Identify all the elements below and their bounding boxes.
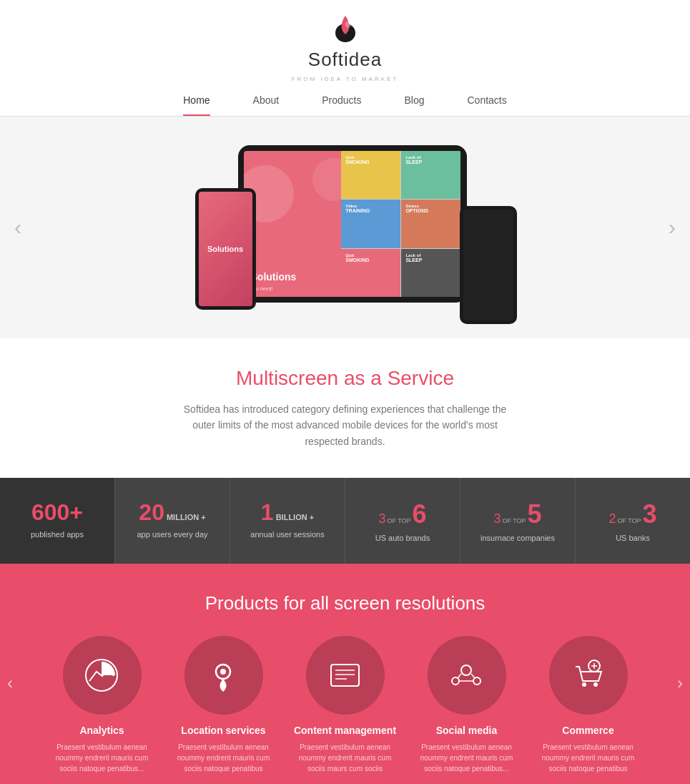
stat-20: 20 [139,499,164,526]
svg-point-1 [345,21,351,28]
phone-right [460,206,517,324]
products-arrow-right[interactable]: › [677,673,683,693]
product-circle-location [184,636,263,715]
brand-name: Softidea [0,49,690,71]
product-desc-commerce: Praesent vestibulum aenean noummy endrer… [535,742,642,774]
product-desc-social: Praesent vestibulum aenean noummy endrer… [413,742,521,774]
svg-point-15 [582,682,586,687]
product-location: Location services Praesent vestibulum ae… [170,636,277,774]
stat-auto-brands: 3 OF TOP 6 US auto brands [345,478,460,564]
product-name-commerce: Commerce [535,725,642,736]
stat-billion-sessions: 1 BILLION + annual user sessions [230,478,345,564]
product-desc-content: Praesent vestibulum aenean noummy endrer… [292,742,399,774]
svg-point-16 [593,682,598,687]
stat-million-label: app users every day [126,530,219,539]
products-grid: Analytics Praesent vestibulum aenean nou… [0,636,690,774]
stat-3c: 3 [643,499,657,529]
commerce-icon [568,656,608,695]
svg-point-11 [473,677,480,685]
stat-3a: 3 [378,511,385,526]
hero-arrow-left[interactable]: ‹ [14,215,21,240]
hero-devices: Solutions you need! QuitSMOKING Lack ofS… [152,131,538,324]
svg-line-12 [458,674,461,678]
hero-arrow-right[interactable]: › [669,215,676,240]
stat-billion-suffix: BILLION + [276,513,314,521]
phone-left: Solutions [195,188,256,310]
multiscreen-section: Multiscreen as a Service Softidea has in… [0,338,690,478]
stat-million-suffix: MILLION + [167,513,206,521]
products-section: ‹ Products for all screen resolutions An… [0,564,690,784]
stat-auto-label: US auto brands [356,534,449,542]
svg-point-4 [220,669,226,675]
product-circle-content [306,636,385,715]
logo-area: Softidea FROM IDEA TO MARKET [0,14,690,84]
product-name-location: Location services [170,725,277,736]
svg-point-9 [461,665,471,675]
hero-section: ‹ Solutions you need! QuitSMOKING Lack o… [0,117,690,338]
content-icon [325,656,365,695]
logo-icon [334,14,357,46]
product-circle-commerce [549,636,628,715]
stat-million-users: 20 MILLION + app users every day [115,478,230,564]
stat-published-apps: 600+ published apps [0,478,115,564]
nav-item-about[interactable]: About [253,94,280,116]
product-desc-location: Praesent vestibulum aenean noummy endrer… [170,742,277,774]
product-social: Social media Praesent vestibulum aenean … [413,636,521,774]
stat-insurance: 3 OF TOP 5 insurnace companies [460,478,576,564]
products-heading: Products for all screen resolutions [0,592,690,614]
stat-banks: 2 OF TOP 3 US banks [576,478,690,564]
tablet-device: Solutions you need! QuitSMOKING Lack ofS… [238,145,467,303]
multiscreen-heading: Multiscreen as a Service [14,367,676,390]
product-commerce: Commerce Praesent vestibulum aenean noum… [535,636,642,774]
brand-tagline: FROM IDEA TO MARKET [292,76,399,82]
location-icon [204,656,243,695]
stat-6: 6 [413,499,427,529]
products-arrow-left[interactable]: ‹ [7,673,13,693]
stat-oftop-1: OF TOP [387,517,410,524]
social-icon [447,656,486,695]
svg-rect-5 [331,665,359,686]
stats-section: 600+ published apps 20 MILLION + app use… [0,478,690,564]
stat-2: 2 [608,511,616,526]
stat-oftop-3: OF TOP [617,517,641,524]
nav-item-blog[interactable]: Blog [404,94,424,116]
product-name-social: Social media [413,725,521,736]
product-name-analytics: Analytics [49,725,156,736]
nav-item-contacts[interactable]: Contacts [467,94,506,116]
product-circle-social [428,636,506,715]
product-circle-analytics [63,636,142,715]
header: Softidea FROM IDEA TO MARKET Home About … [0,0,690,117]
product-content: Content management Praesent vestibulum a… [292,636,399,774]
stat-oftop-2: OF TOP [502,517,526,524]
product-name-content: Content management [292,725,399,736]
stat-600-label: published apps [11,530,104,539]
multiscreen-body: Softidea has introduced category definin… [174,401,517,449]
stat-1: 1 [261,499,274,526]
main-nav: Home About Products Blog Contacts [0,94,690,117]
stat-billion-label: annual user sessions [241,530,334,539]
analytics-icon [82,656,122,695]
stat-3b: 3 [493,511,501,526]
product-analytics: Analytics Praesent vestibulum aenean nou… [49,636,156,774]
svg-line-13 [471,674,475,678]
stat-600-number: 600+ [11,499,104,526]
stat-insurance-label: insurnace companies [471,534,564,542]
nav-item-home[interactable]: Home [183,94,210,116]
stat-banks-label: US banks [586,534,679,542]
product-desc-analytics: Praesent vestibulum aenean noummy endrer… [49,742,156,774]
stat-5: 5 [528,499,542,529]
nav-item-products[interactable]: Products [322,94,361,116]
svg-point-10 [452,677,459,685]
